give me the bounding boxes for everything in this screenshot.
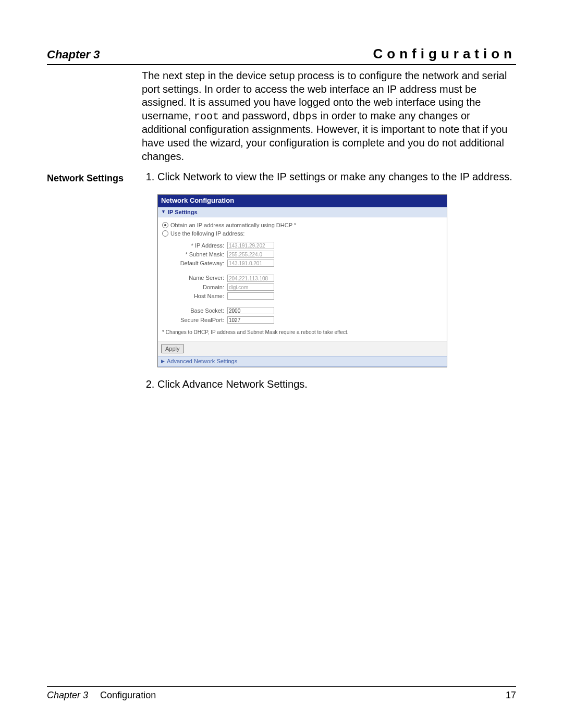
footer-section: Configuration [100, 690, 156, 700]
intro-text-2: and password, [219, 110, 292, 121]
radio-dhcp-label: Obtain an IP address automatically using… [170, 221, 296, 229]
radio-static-label: Use the following IP address: [170, 230, 244, 237]
input-secure-realport[interactable]: 1027 [227, 316, 274, 324]
username-root: root [194, 110, 219, 122]
radio-dhcp[interactable] [162, 222, 168, 228]
radio-static[interactable] [162, 230, 168, 237]
network-config-panel: Network Configuration ▼ IP Settings Obta… [157, 194, 447, 367]
advanced-network-settings-label: Advanced Network Settings [167, 357, 237, 365]
caret-down-icon: ▼ [161, 209, 166, 215]
label-default-gateway: Default Gateway: [162, 260, 227, 267]
input-name-server[interactable]: 204.221.113.108 [227, 275, 274, 282]
label-domain: Domain: [162, 283, 227, 291]
step-2-text: Click Advance Network Settings. [157, 378, 308, 390]
input-ip-address[interactable]: 143.191.29.202 [227, 242, 274, 249]
caret-right-icon: ▶ [161, 359, 165, 365]
panel-title: Network Configuration [158, 195, 447, 207]
input-subnet-mask[interactable]: 255.255.224.0 [227, 251, 274, 258]
radio-static-row[interactable]: Use the following IP address: [162, 230, 443, 237]
page-title: Configuration [373, 46, 516, 62]
ip-settings-section-header[interactable]: ▼ IP Settings [158, 207, 447, 217]
radio-dhcp-row[interactable]: Obtain an IP address automatically using… [162, 221, 443, 229]
chapter-label: Chapter 3 [47, 48, 100, 61]
step-1-text: Click Network to view the IP settings or… [157, 171, 512, 182]
page-header: Chapter 3 Configuration [47, 46, 516, 65]
footer-chapter: Chapter 3 [47, 690, 88, 700]
label-base-socket: Base Socket: [162, 307, 227, 314]
input-domain[interactable]: digi.com [227, 283, 274, 291]
input-default-gateway[interactable]: 143.191.0.201 [227, 260, 274, 267]
steps-list: Click Network to view the IP settings or… [142, 170, 516, 391]
input-host-name[interactable] [227, 292, 274, 300]
password-dbps: dbps [292, 110, 317, 122]
advanced-network-settings-header[interactable]: ▶ Advanced Network Settings [158, 356, 447, 366]
label-subnet-mask: * Subnet Mask: [162, 251, 227, 258]
label-secure-realport: Secure RealPort: [162, 316, 227, 324]
input-base-socket[interactable]: 2000 [227, 307, 274, 314]
footer-page-number: 17 [506, 690, 516, 701]
page-footer: Chapter 3 Configuration 17 [47, 686, 516, 701]
step-1: Click Network to view the IP settings or… [157, 170, 516, 367]
panel-footer: Apply [158, 341, 447, 356]
reboot-footnote: * Changes to DHCP, IP address and Subnet… [162, 329, 443, 336]
step-2: Click Advance Network Settings. [157, 378, 516, 391]
label-host-name: Host Name: [162, 292, 227, 300]
label-name-server: Name Server: [162, 274, 227, 281]
label-ip-address: * IP Address: [162, 242, 227, 249]
apply-button[interactable]: Apply [161, 344, 184, 353]
ip-settings-body: Obtain an IP address automatically using… [158, 217, 447, 341]
ip-settings-label: IP Settings [168, 208, 198, 216]
intro-paragraph: The next step in the device setup proces… [142, 69, 516, 163]
ip-fields-grid: * IP Address: 143.191.29.202 * Subnet Ma… [162, 242, 443, 324]
section-heading-network-settings: Network Settings [47, 170, 136, 398]
